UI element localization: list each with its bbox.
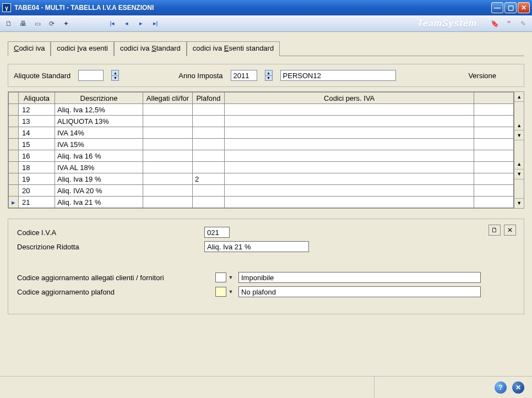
- cell-plafond[interactable]: [193, 185, 225, 197]
- cell-extra[interactable]: [474, 173, 514, 185]
- cell-codici-pers[interactable]: [225, 162, 474, 173]
- cell-descrizione[interactable]: IVA AL 18%: [55, 162, 143, 173]
- cell-codici-pers[interactable]: [225, 197, 474, 208]
- spin-up-icon[interactable]: ▲: [265, 70, 272, 76]
- table-row[interactable]: 19Aliq. Iva 19 %2: [9, 173, 514, 185]
- cell-aliquota[interactable]: 20: [19, 185, 55, 197]
- cell-aliquota[interactable]: 13: [19, 116, 55, 127]
- cell-plafond[interactable]: [193, 104, 225, 116]
- cell-allegati[interactable]: [143, 150, 193, 162]
- cell-codici-pers[interactable]: [225, 116, 474, 127]
- toolbar-refresh-icon[interactable]: ⟳: [46, 18, 57, 29]
- cell-plafond[interactable]: [193, 139, 225, 150]
- scroll-small-down2-icon[interactable]: ▼: [514, 170, 524, 179]
- spin-up-icon[interactable]: ▲: [112, 70, 118, 76]
- cell-descrizione[interactable]: IVA 14%: [55, 127, 143, 139]
- cell-plafond[interactable]: [193, 162, 225, 173]
- toolbar-globe-icon[interactable]: ✦: [61, 18, 72, 29]
- cell-allegati[interactable]: [143, 162, 193, 173]
- table-row[interactable]: 13ALIQUOTA 13%: [9, 116, 514, 127]
- cell-extra[interactable]: [474, 104, 514, 116]
- cell-allegati[interactable]: [143, 127, 193, 139]
- cell-aliquota[interactable]: 19: [19, 173, 55, 185]
- nav-last-icon[interactable]: ▸|: [151, 19, 160, 28]
- cell-extra[interactable]: [474, 197, 514, 208]
- table-row[interactable]: 20Aliq. IVA 20 %: [9, 185, 514, 197]
- person-input[interactable]: [280, 70, 396, 81]
- exit-button[interactable]: ✕: [512, 381, 524, 394]
- tab-codici-iva-esenti-standard[interactable]: codici iva Esenti standard: [187, 41, 280, 56]
- nav-next-icon[interactable]: ▸: [137, 19, 145, 28]
- cell-plafond[interactable]: 2: [193, 173, 225, 185]
- cell-descrizione[interactable]: Aliq. Iva 16 %: [55, 150, 143, 162]
- cell-codici-pers[interactable]: [225, 104, 474, 116]
- detail-delete-button[interactable]: ✕: [504, 225, 516, 236]
- cell-allegati[interactable]: [143, 185, 193, 197]
- cell-extra[interactable]: [474, 150, 514, 162]
- scroll-down-icon[interactable]: ▼: [514, 198, 524, 208]
- cell-codici-pers[interactable]: [225, 173, 474, 185]
- nav-prev-icon[interactable]: ◂: [122, 19, 131, 28]
- cell-extra[interactable]: [474, 185, 514, 197]
- table-row[interactable]: 12Aliq. Iva 12,5%: [9, 104, 514, 116]
- toolbar-new-icon[interactable]: 🗋: [3, 18, 14, 29]
- cell-aliquota[interactable]: 18: [19, 162, 55, 173]
- plafond-dropdown-icon[interactable]: ▼: [226, 287, 235, 297]
- cell-allegati[interactable]: [143, 104, 193, 116]
- cell-extra[interactable]: [474, 116, 514, 127]
- cell-codici-pers[interactable]: [225, 139, 474, 150]
- codice-allegati-combo[interactable]: ▼ Imponibile: [215, 272, 481, 283]
- grid-header-plafond[interactable]: Plafond: [193, 92, 225, 104]
- cell-descrizione[interactable]: Aliq. Iva 12,5%: [55, 104, 143, 116]
- table-row[interactable]: 16Aliq. Iva 16 %: [9, 150, 514, 162]
- tab-codici-iva-esenti[interactable]: codici Iva esenti: [51, 41, 114, 56]
- cell-aliquota[interactable]: 15: [19, 139, 55, 150]
- cell-aliquota[interactable]: 12: [19, 104, 55, 116]
- table-row[interactable]: 18IVA AL 18%: [9, 162, 514, 173]
- cell-allegati[interactable]: [143, 116, 193, 127]
- cell-descrizione[interactable]: Aliq. Iva 19 %: [55, 173, 143, 185]
- table-row[interactable]: ▸21Aliq. Iva 21 %: [9, 197, 514, 208]
- cell-extra[interactable]: [474, 162, 514, 173]
- cell-descrizione[interactable]: Aliq. Iva 21 %: [55, 197, 143, 208]
- cell-codici-pers[interactable]: [225, 127, 474, 139]
- scroll-small-down-icon[interactable]: ▼: [514, 130, 524, 140]
- tab-codici-iva[interactable]: Codici iva: [8, 41, 51, 56]
- maximize-button[interactable]: ▢: [504, 2, 517, 13]
- cell-extra[interactable]: [474, 139, 514, 150]
- grid-header-extra[interactable]: [474, 92, 514, 104]
- toolbar-note-icon[interactable]: ❞: [503, 18, 514, 29]
- scroll-small-up-icon[interactable]: ▲: [514, 121, 524, 130]
- cell-allegati[interactable]: [143, 139, 193, 150]
- toolbar-open-icon[interactable]: ▭: [32, 18, 43, 29]
- anno-imposta-input[interactable]: [231, 70, 257, 81]
- cell-plafond[interactable]: [193, 116, 225, 127]
- cell-aliquota[interactable]: 21: [19, 197, 55, 208]
- aliquote-standard-spinner[interactable]: ▲▼: [111, 70, 119, 81]
- nav-first-icon[interactable]: |◂: [108, 19, 117, 28]
- minimize-button[interactable]: —: [491, 2, 503, 13]
- grid-scrollbar[interactable]: ▲ ▲ ▼ ▲ ▼ ▼: [514, 92, 524, 208]
- cell-descrizione[interactable]: IVA 15%: [55, 139, 143, 150]
- toolbar-print-icon[interactable]: 🖶: [18, 18, 29, 29]
- cell-allegati[interactable]: [143, 197, 193, 208]
- spin-down-icon[interactable]: ▼: [112, 76, 118, 81]
- grid-header-allegati[interactable]: Allegati cli/for: [143, 92, 193, 104]
- close-button[interactable]: ✕: [518, 2, 530, 13]
- cell-extra[interactable]: [474, 127, 514, 139]
- cell-allegati[interactable]: [143, 173, 193, 185]
- allegati-dropdown-icon[interactable]: ▼: [226, 272, 235, 282]
- cell-codici-pers[interactable]: [225, 185, 474, 197]
- codice-iva-value[interactable]: 021: [204, 227, 230, 238]
- codice-plafond-combo[interactable]: ▼ No plafond: [215, 286, 481, 297]
- grid-header-descrizione[interactable]: Descrizione: [55, 92, 143, 104]
- cell-aliquota[interactable]: 16: [19, 150, 55, 162]
- table-row[interactable]: 15IVA 15%: [9, 139, 514, 150]
- scroll-small-up2-icon[interactable]: ▲: [514, 160, 524, 170]
- cell-aliquota[interactable]: 14: [19, 127, 55, 139]
- cell-codici-pers[interactable]: [225, 150, 474, 162]
- cell-descrizione[interactable]: Aliq. IVA 20 %: [55, 185, 143, 197]
- toolbar-edit-icon[interactable]: ✎: [518, 18, 529, 29]
- cell-plafond[interactable]: [193, 150, 225, 162]
- spin-down-icon[interactable]: ▼: [265, 76, 272, 81]
